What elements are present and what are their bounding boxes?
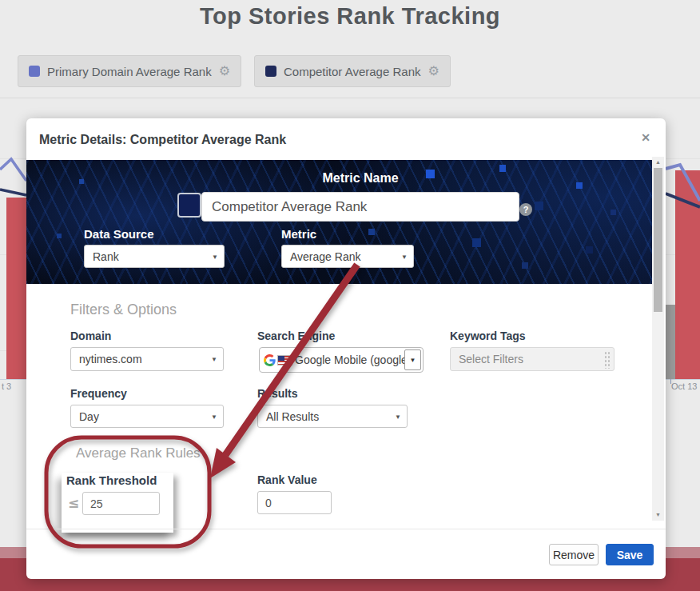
- metric-name-input[interactable]: [201, 192, 519, 222]
- search-engine-select[interactable]: Google Mobile (google.c ▼: [259, 347, 424, 373]
- page: t 3 Oct 13 Top Stories Rank Tracking Pri…: [0, 0, 700, 591]
- keyword-tags-input[interactable]: Select Filters: [450, 347, 614, 371]
- results-value: All Results: [266, 410, 319, 423]
- select-arrow-icon: ▼: [401, 253, 408, 260]
- metric-color-checkbox[interactable]: [177, 193, 201, 218]
- scrollbar-thumb[interactable]: [654, 168, 662, 312]
- us-flag-icon: [277, 355, 292, 365]
- keyword-tags-placeholder: Select Filters: [459, 353, 523, 365]
- filters-options-heading: Filters & Options: [70, 301, 177, 318]
- rank-value-input[interactable]: [257, 491, 332, 514]
- drag-grip-icon: [604, 351, 611, 369]
- rank-value-label: Rank Value: [257, 473, 317, 486]
- google-icon: [264, 354, 276, 366]
- results-label: Results: [257, 387, 298, 400]
- metric-value: Average Rank: [290, 250, 360, 263]
- results-select[interactable]: All Results ▼: [257, 405, 408, 428]
- rank-threshold-label: Rank Threshold: [66, 473, 157, 487]
- keyword-tags-label: Keyword Tags: [450, 329, 526, 342]
- average-rank-rules-heading: Average Rank Rules: [76, 445, 201, 461]
- rank-threshold-input[interactable]: [82, 492, 160, 515]
- modal-header: Metric Details: Competitor Average Rank …: [26, 118, 666, 160]
- scroll-up-icon[interactable]: ▲: [652, 157, 664, 168]
- modal-scrollbar[interactable]: ▲ ▼: [652, 157, 664, 521]
- select-arrow-icon: ▼: [395, 413, 401, 420]
- metric-details-modal: Metric Details: Competitor Average Rank …: [26, 118, 666, 579]
- footer-divider: [26, 529, 666, 529]
- domain-select[interactable]: nytimes.com ▼: [70, 347, 224, 371]
- close-icon[interactable]: ✕: [641, 131, 650, 144]
- data-source-value: Rank: [93, 250, 119, 263]
- metric-select[interactable]: Average Rank ▼: [281, 245, 414, 268]
- select-arrow-icon: ▼: [212, 253, 218, 260]
- rank-threshold-callout: Rank Threshold ≤: [62, 473, 173, 533]
- combo-arrow-icon[interactable]: ▼: [404, 349, 421, 370]
- metric-name-label: Metric Name: [201, 171, 519, 186]
- domain-value: nytimes.com: [79, 353, 142, 365]
- data-source-label: Data Source: [84, 227, 154, 241]
- search-engine-value: Google Mobile (google.c: [295, 353, 404, 366]
- help-icon[interactable]: ?: [519, 203, 532, 216]
- save-button[interactable]: Save: [606, 544, 654, 565]
- data-source-select[interactable]: Rank ▼: [84, 245, 225, 268]
- select-arrow-icon: ▼: [211, 356, 217, 363]
- frequency-value: Day: [79, 410, 99, 423]
- select-arrow-icon: ▼: [211, 413, 217, 420]
- modal-title: Metric Details: Competitor Average Rank: [39, 133, 286, 147]
- scroll-down-icon[interactable]: ▼: [652, 509, 664, 521]
- domain-label: Domain: [70, 329, 111, 342]
- hero-banner: Metric Name ? Data Source Rank ▼ Metric …: [26, 160, 653, 284]
- search-engine-label: Search Engine: [257, 329, 335, 342]
- x-axis-tick-left: t 3: [2, 381, 11, 391]
- frequency-label: Frequency: [70, 387, 127, 400]
- frequency-select[interactable]: Day ▼: [70, 405, 224, 428]
- x-axis-tick-right: Oct 13: [671, 381, 697, 391]
- metric-label: Metric: [281, 227, 316, 241]
- less-than-equal-icon: ≤: [68, 495, 79, 511]
- remove-button[interactable]: Remove: [549, 544, 599, 565]
